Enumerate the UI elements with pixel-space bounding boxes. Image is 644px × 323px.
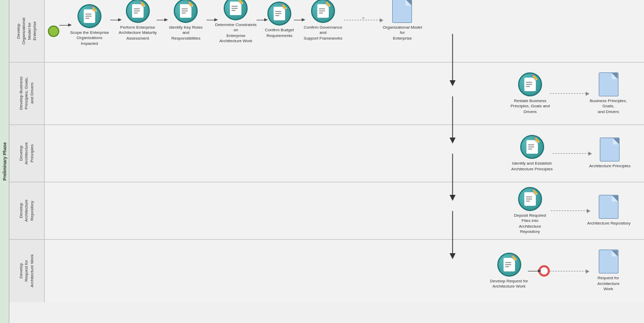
arrow-2 (110, 20, 119, 20)
task-develop-request[interactable]: ✏️ Develop Request forArchitecture Work (490, 253, 528, 290)
arrow-to-end (528, 271, 538, 271)
task-perform-maturity[interactable]: ✏️ Perform EnterpriseArchitecture Maturi… (119, 0, 157, 41)
lane-label-3: DevelopArchitecturePrinciples (9, 125, 45, 182)
task-deposit-files[interactable]: ✏️ Deposit Required Files intoArchitectu… (509, 187, 551, 235)
lane-row-4: DevelopArchitectureRepository ✏️ (9, 182, 644, 240)
task-confirm-governance[interactable]: ✏️ Confirm Governance andSupport Framewo… (302, 0, 344, 41)
artifact-org-model: Organizational Model forEnterprise (380, 0, 424, 41)
arrow-dashed-4 (551, 210, 587, 211)
arrow-1 (59, 25, 69, 26)
lane-row-3: DevelopArchitecturePrinciples ✏️ (9, 125, 644, 182)
task-identify-roles[interactable]: ✏️ Identify Key Roles andResponsibilitie… (165, 0, 207, 41)
arrow-dashed-1: > (344, 20, 380, 20)
preliminary-phase-label: Preliminary Phase (2, 142, 7, 181)
task-scope-enterprise[interactable]: ✏️ Scope the EnterpriseOrganizations Imp… (69, 4, 110, 46)
arrow-dashed-3 (552, 153, 589, 154)
lane-label-2: Develop BusinessPrinciples, Goals,and Dr… (9, 63, 45, 125)
preliminary-phase-bracket: Preliminary Phase (0, 0, 9, 323)
arrow-4 (207, 20, 215, 20)
start-event (48, 26, 59, 37)
lane-label-4: DevelopArchitectureRepository (9, 182, 45, 239)
artifact-request-arch-work: Request for ArchitectureWork (586, 250, 630, 292)
task-determine-constraints[interactable]: ✏️ Determine Constraints onEnterprise Ar… (215, 0, 256, 44)
lane-content-2: ✏️ Restate BusinessPrinciples, Goals and… (45, 63, 644, 125)
arrow-dashed-5 (550, 271, 586, 271)
lane-row-1: DevelopOrganizationalModel forEnterprise (9, 0, 644, 63)
lane-content-1: ✏️ Scope the EnterpriseOrganizations Imp… (45, 0, 644, 62)
artifact-business-principles: Business Principles, Goals,and Drivers (586, 72, 630, 115)
diagram-container: Preliminary Phase DevelopOrganizationalM… (0, 0, 644, 323)
lane-label-5: DevelopRequest forArchitecture Work (9, 240, 45, 302)
artifact-arch-repository: Architecture Repository (587, 195, 630, 226)
lanes-wrapper: DevelopOrganizationalModel forEnterprise (9, 0, 644, 323)
arrow-3 (157, 20, 165, 20)
lane-content-4: ✏️ Deposit Required Files intoArchitectu… (45, 182, 644, 239)
arrow-5 (256, 20, 265, 20)
task-restate-business[interactable]: ✏️ Restate BusinessPrinciples, Goals and… (510, 72, 550, 115)
lane-content-5: ✏️ Develop Request forArchitecture Work (45, 240, 644, 302)
task-confirm-budget[interactable]: ✏️ Confirm BudgetRequirements (265, 2, 294, 39)
lane-row-2: Develop BusinessPrinciples, Goals,and Dr… (9, 63, 644, 125)
lane-content-3: ✏️ Identify and EstablishArchitecture Pr… (45, 125, 644, 182)
start-event-circle (48, 26, 59, 37)
arrow-6 (294, 20, 302, 20)
artifact-arch-principles: Architecture Principles (589, 138, 630, 169)
lane-row-5: DevelopRequest forArchitecture Work (9, 240, 644, 302)
task-identify-arch-principles[interactable]: ✏️ Identify and EstablishArchitecture Pr… (511, 135, 553, 172)
lane-label-1: DevelopOrganizationalModel forEnterprise (9, 0, 45, 62)
arrow-dashed-2 (550, 93, 586, 94)
